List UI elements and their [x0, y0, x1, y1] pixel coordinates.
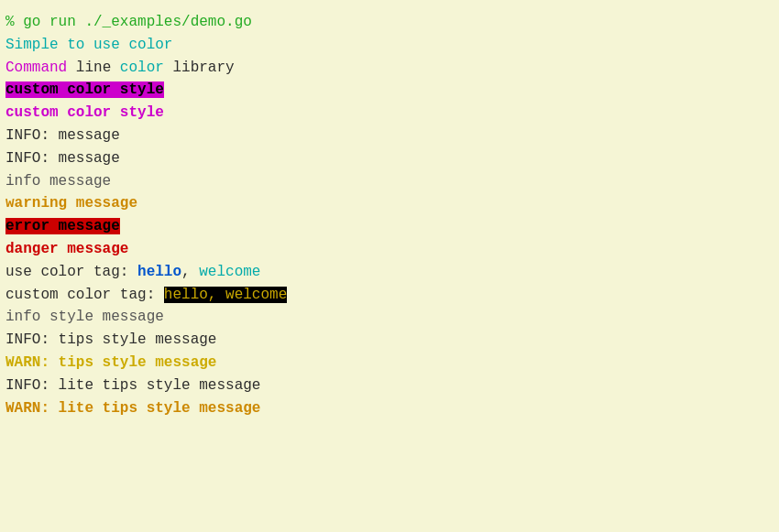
danger-line: danger message [5, 238, 774, 261]
command-word: Command [5, 60, 67, 76]
welcome-word: welcome [199, 264, 260, 280]
info-style-line: info style message [5, 306, 774, 329]
warning-line: warning message [5, 192, 774, 215]
terminal-output: % go run ./_examples/demo.go Simple to u… [5, 11, 774, 419]
custom-bg-text: custom color style [5, 81, 164, 98]
info1-line: INFO: message [5, 125, 774, 147]
use-color-tag-line: use color tag: hello, welcome [5, 261, 774, 284]
info2-line: INFO: message [5, 147, 774, 170]
info-lite-line: INFO: lite tips style message [5, 375, 774, 397]
custom-color-tag-line: custom color tag: hello, welcome [5, 284, 774, 307]
error-bg-text: error message [5, 218, 120, 234]
simple-line: Simple to use color [5, 34, 774, 57]
warn-lite-line: WARN: lite tips style message [5, 397, 774, 420]
warn-tips-line: WARN: tips style message [5, 352, 774, 375]
custom-bg-line: custom color style [5, 79, 774, 102]
custom-tag-text: hello, welcome [164, 287, 287, 303]
hello-word: hello [137, 264, 181, 280]
error-line: error message [5, 215, 774, 238]
info-tips-line: INFO: tips style message [5, 329, 774, 352]
info-grey-line: info message [5, 170, 774, 193]
command-line: Command line color library [5, 57, 774, 80]
command-run-line: % go run ./_examples/demo.go [5, 11, 774, 34]
custom-bold-line: custom color style [5, 102, 774, 125]
